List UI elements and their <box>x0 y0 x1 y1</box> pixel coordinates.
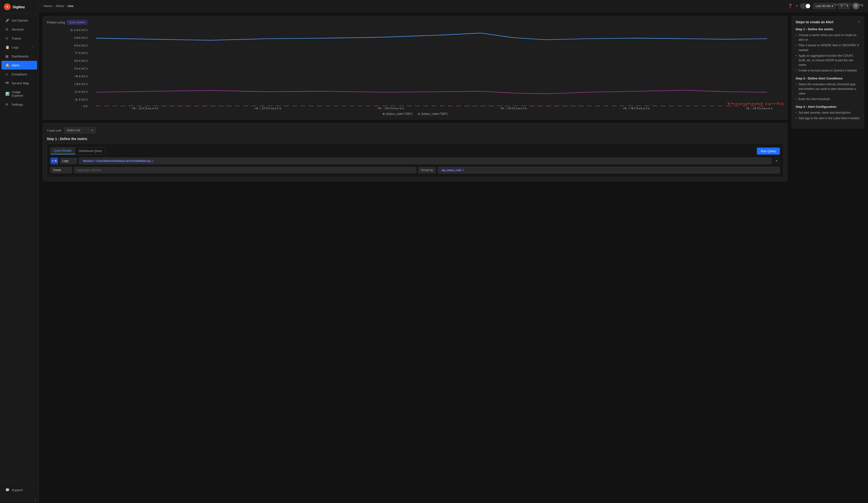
group-by-tag-text: tag_status_code <box>442 168 461 172</box>
svg-text:100: 100 <box>74 98 88 101</box>
steps-header: Steps to create an Alert ? <box>796 20 860 24</box>
remove-query-button[interactable]: ✕ <box>774 158 780 164</box>
content-right: Steps to create an Alert ? Step 1 - Defi… <box>792 16 864 499</box>
dashboards-icon: ▦ <box>5 54 9 58</box>
step-list: Select the evaluation interval, threshol… <box>796 82 860 102</box>
filter-tag-text: filename = /Users/deimos/Desktop/Loki-Pr… <box>83 160 151 162</box>
sidebar-collapse[interactable]: ‹ <box>0 497 39 503</box>
toggle-knob <box>806 4 810 8</box>
group-by-label: Group by <box>418 167 435 173</box>
sidebar-item-logs[interactable]: 📋 Logs › <box>1 43 37 52</box>
svg-text:0: 0 <box>83 105 88 108</box>
sidebar-item-alerts[interactable]: 🔔 Alerts <box>1 61 37 70</box>
chart-legend: {status_code="200"} {status_code="500"} <box>47 112 784 115</box>
y-axis-select[interactable]: Select unit ▾ <box>64 127 96 134</box>
help-icon[interactable]: ? <box>858 20 860 24</box>
service-map-icon: 🗺 <box>5 81 9 85</box>
sidebar-item-services[interactable]: ⚙ Services <box>1 25 37 34</box>
sidebar-item-label-alerts: Alerts <box>12 63 20 67</box>
breadcrumb-alerts[interactable]: Alerts <box>56 4 64 8</box>
sidebar-item-settings[interactable]: ⚙ Settings <box>1 100 37 109</box>
support-label: Support <box>12 488 23 492</box>
sidebar-nav: 🚀 Get Started ⚙ Services ≋ Traces 📋 Logs… <box>0 14 39 482</box>
sidebar-item-label-usage-explorer: Usage Explorer <box>12 90 33 97</box>
svg-text:400: 400 <box>74 75 88 78</box>
step-list-item: Filter it based on WHERE field or GROUPB… <box>796 43 860 52</box>
sidebar-item-usage-explorer[interactable]: 📊 Usage Explorer <box>1 88 37 100</box>
svg-text:600: 600 <box>74 60 88 62</box>
services-icon: ⚙ <box>5 27 9 31</box>
data-source-value: Logs <box>62 159 69 163</box>
step-list-item: Set alert severity, name and description… <box>796 111 860 115</box>
content-left: Plotted using Query Builder <box>43 16 788 499</box>
query-tabs-row: Query Builder ClickHouse Query Run Query <box>50 147 780 155</box>
time-selector[interactable]: Last 30 min ▾ <box>813 3 836 9</box>
svg-text:12/6/23: 12/6/23 <box>131 110 159 110</box>
plotted-using-label: Plotted using <box>47 21 65 24</box>
svg-text:200: 200 <box>74 90 88 93</box>
tab-group: Query Builder ClickHouse Query <box>50 147 106 155</box>
traces-icon: ≋ <box>5 36 9 40</box>
chart-area: 1000 900 800 700 600 500 400 300 200 100… <box>47 27 784 110</box>
breadcrumb-sep-1: / <box>53 4 54 8</box>
support-icon: 💬 <box>5 488 9 492</box>
step-define-label: Step 1 - Define the metric <box>47 137 784 141</box>
svg-text:1000: 1000 <box>70 29 88 31</box>
query-dot-icon <box>52 160 54 162</box>
sidebar-item-get-started[interactable]: 🚀 Get Started <box>1 16 37 25</box>
tab-clickhouse-query[interactable]: ClickHouse Query <box>75 147 105 154</box>
tab-query-builder[interactable]: Query Builder <box>51 147 75 154</box>
filter-field[interactable]: filename = /Users/deimos/Desktop/Loki-Pr… <box>79 157 772 164</box>
sidebar-item-exceptions[interactable]: ⚠ Exceptions <box>1 70 37 79</box>
filter-tag: filename = /Users/deimos/Desktop/Loki-Pr… <box>82 159 155 163</box>
content: Plotted using Query Builder <box>39 12 868 503</box>
step-list-item: Apply an aggregation function like COUNT… <box>796 53 860 68</box>
svg-text:300: 300 <box>74 83 88 85</box>
query-builder-badge[interactable]: Query Builder <box>67 20 87 24</box>
steps-card: Steps to create an Alert ? Step 1 - Defi… <box>792 16 864 129</box>
breadcrumb-sep-2: / <box>65 4 66 8</box>
step-heading: Step 2 - Define Alert Conditions <box>796 76 860 80</box>
chart-card: Plotted using Query Builder <box>43 16 788 120</box>
theme-toggle[interactable] <box>800 3 810 9</box>
chevron-down-icon: ▾ <box>92 129 93 132</box>
help-button[interactable]: ❓ <box>787 3 794 9</box>
svg-text:4:40am: 4:40am <box>622 107 650 110</box>
sidebar-item-dashboards[interactable]: ▦ Dashboards <box>1 52 37 61</box>
data-source-selector[interactable]: Logs <box>60 158 77 164</box>
group-by-tag-x-icon[interactable]: ✕ <box>462 169 464 172</box>
legend-item-200: {status_code="200"} <box>383 112 412 115</box>
step-list-item: Add tags to the alert in the Label field… <box>796 116 860 121</box>
svg-text:4:25am: 4:25am <box>254 107 281 110</box>
filter-tag-x-icon[interactable]: ✕ <box>151 160 153 162</box>
step-heading: Step 1 - Define the metric <box>796 27 860 31</box>
run-query-button[interactable]: Run Query <box>757 147 780 155</box>
sidebar-item-service-map[interactable]: 🗺 Service Map <box>1 79 37 88</box>
aggregation-select[interactable]: Count <box>50 167 72 173</box>
step-list-item: Select the evaluation interval, threshol… <box>796 82 860 96</box>
svg-text:500: 500 <box>74 67 88 70</box>
y-axis-placeholder: Select unit <box>67 129 80 132</box>
chart-svg: 1000 900 800 700 600 500 400 300 200 100… <box>47 27 784 110</box>
group-by-tag: tag_status_code ✕ <box>440 168 466 172</box>
step-list-item: Enter the Alert threshold <box>796 97 860 102</box>
breadcrumb-home[interactable]: Home <box>44 4 52 8</box>
chevron-right-icon: › <box>32 46 33 49</box>
query-row-a: A Logs filename = /Users/deimos/Desktop/… <box>50 157 780 164</box>
logo[interactable]: 👁 SigNoz <box>0 0 39 14</box>
sidebar: 👁 SigNoz 🚀 Get Started ⚙ Services ≋ Trac… <box>0 0 39 503</box>
chevron-down-icon: ▾ <box>796 4 797 8</box>
y-axis-label: Y-axis unit <box>47 129 61 132</box>
aggregate-attribute-input[interactable]: Aggregate attribute <box>74 167 416 173</box>
group-by-value-field[interactable]: tag_status_code ✕ <box>438 167 780 174</box>
sidebar-item-traces[interactable]: ≋ Traces <box>1 34 37 43</box>
support-item[interactable]: 💬 Support <box>1 485 37 494</box>
svg-text:4:35am: 4:35am <box>500 107 527 110</box>
step-section: Step 2 - Define Alert ConditionsSelect t… <box>796 76 860 102</box>
logo-icon: 👁 <box>4 3 11 10</box>
step-heading: Step 3 - Alert Configuration <box>796 105 860 109</box>
bottom-panel: Y-axis unit Select unit ▾ Step 1 - Defin… <box>43 123 788 181</box>
sidebar-bottom: 💬 Support <box>0 482 39 497</box>
svg-text:800: 800 <box>74 44 88 47</box>
sidebar-item-label-traces: Traces <box>12 37 21 40</box>
